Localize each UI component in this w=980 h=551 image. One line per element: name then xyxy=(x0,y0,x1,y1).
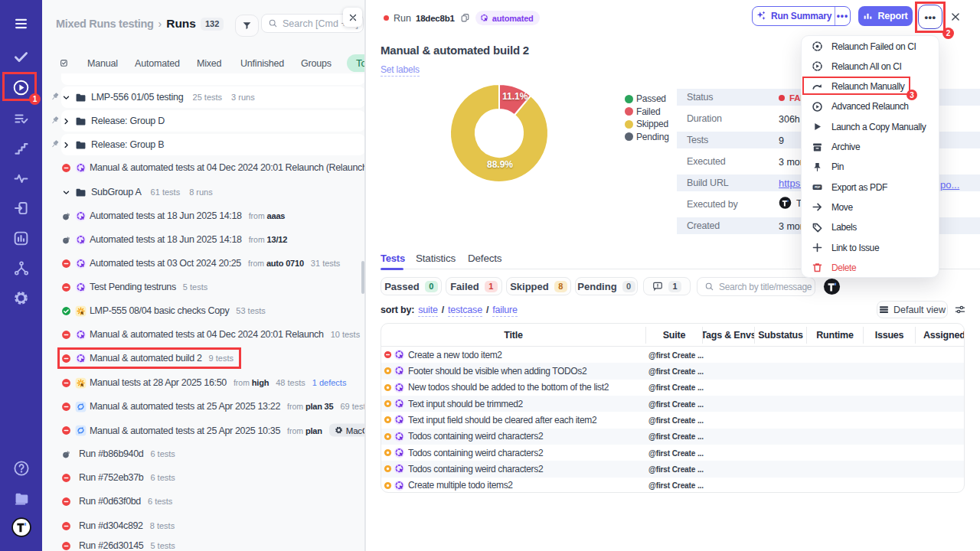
svg-text:PDF: PDF xyxy=(815,185,821,189)
